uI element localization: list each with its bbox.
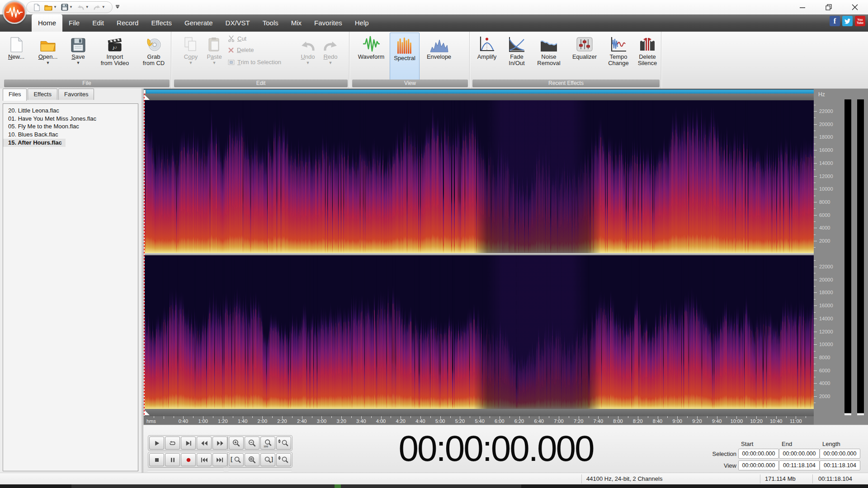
dropdown-caret-icon[interactable]: ▼: [85, 5, 89, 9]
view-end-field[interactable]: 00:11:18.104: [779, 460, 820, 470]
tab-help[interactable]: Help: [349, 14, 375, 32]
record-button[interactable]: [181, 453, 196, 466]
zoom-out-button[interactable]: [245, 436, 259, 450]
dropdown-caret-icon[interactable]: ▼: [69, 5, 73, 9]
zoom-100-button[interactable]: 100: [260, 436, 275, 450]
tab-tools[interactable]: Tools: [256, 14, 285, 32]
playhead-cursor[interactable]: [144, 94, 145, 416]
ruler-tick: [608, 416, 609, 418]
selection-start-field[interactable]: 00:00:00.000: [738, 449, 779, 459]
maximize-button[interactable]: [816, 0, 842, 14]
fade-in-out-button[interactable]: Fade In/Out: [503, 33, 531, 66]
freq-tick-minor: [814, 169, 816, 170]
noise-removal-button[interactable]: Noise Removal: [532, 33, 566, 66]
app-logo[interactable]: [3, 0, 26, 24]
selection-end-field[interactable]: 00:00:00.000: [779, 449, 820, 459]
tab-edit[interactable]: Edit: [86, 14, 110, 32]
ruler-time-label: 7:20: [574, 418, 583, 424]
qat-new-button[interactable]: [32, 3, 42, 12]
youtube-icon[interactable]: YouTube: [855, 16, 865, 26]
zoom-vertical-out-button[interactable]: [276, 453, 291, 466]
spectrogram-channel-2[interactable]: [144, 255, 814, 409]
ruler-time-label: 8:40: [653, 418, 662, 424]
view-length-field[interactable]: 00:11:18.104: [820, 460, 860, 470]
tab-effects[interactable]: Effects: [145, 14, 178, 32]
spectrogram-channel-1[interactable]: [144, 100, 814, 253]
qat-undo-button[interactable]: ▼: [75, 4, 90, 11]
tab-mix[interactable]: Mix: [285, 14, 308, 32]
stop-button[interactable]: [149, 453, 164, 466]
grab-from-cd-button[interactable]: Grab from CD: [137, 33, 170, 66]
freq-label: 12000: [819, 174, 833, 179]
open-button[interactable]: Open... ▼: [33, 33, 63, 65]
freq-label: 6000: [819, 212, 830, 218]
qat-open-button[interactable]: ▼: [43, 4, 58, 11]
selection-length-field[interactable]: 00:00:00.000: [820, 449, 860, 459]
import-from-video-button[interactable]: ♪♪ Import from Video: [92, 33, 137, 66]
go-to-start-button[interactable]: [197, 453, 212, 466]
fast-forward-button[interactable]: [212, 436, 227, 450]
envelope-view-button[interactable]: Envelope: [420, 33, 458, 60]
tab-record[interactable]: Record: [110, 14, 145, 32]
go-to-end-button[interactable]: [212, 453, 227, 466]
ruler-tick: [410, 416, 411, 418]
rewind-button[interactable]: [197, 436, 212, 450]
selection-marker-bar-top[interactable]: [144, 94, 814, 100]
new-button[interactable]: New...: [4, 33, 29, 60]
dropdown-caret-icon[interactable]: ▼: [76, 61, 80, 65]
delete-silence-button[interactable]: Delete Silence: [635, 33, 660, 66]
time-ruler[interactable]: hms 0:401:001:201:402:002:202:403:003:20…: [144, 416, 814, 425]
ruler-tick: [430, 416, 431, 418]
dropdown-caret-icon[interactable]: ▼: [53, 5, 57, 9]
zoom-to-selection-button[interactable]: [245, 453, 259, 466]
file-list-item[interactable]: 20. Little Leona.flac: [3, 107, 138, 115]
tab-home[interactable]: Home: [32, 14, 62, 32]
file-list-item[interactable]: 10. Blues Back.flac: [3, 131, 138, 139]
waveform-view-button[interactable]: Waveform: [354, 33, 389, 60]
qat-redo-button[interactable]: ▼: [92, 4, 107, 11]
panel-tab-effects[interactable]: Effects: [28, 89, 57, 100]
minimize-button[interactable]: [789, 0, 816, 14]
file-list-item[interactable]: 01. Have You Met Miss Jones.flac: [3, 115, 138, 123]
qat-customize-button[interactable]: [114, 3, 121, 11]
freq-tick-minor: [814, 312, 816, 313]
selection-marker-bar-bottom[interactable]: [144, 409, 814, 416]
panel-tab-favorites[interactable]: Favorites: [58, 89, 94, 100]
equalizer-icon: [576, 36, 593, 52]
tab-dxvst[interactable]: DX/VST: [219, 14, 256, 32]
dropdown-caret-icon[interactable]: ▼: [102, 5, 105, 9]
zoom-vertical-button[interactable]: [276, 436, 291, 450]
freq-tick-minor: [814, 286, 816, 286]
file-list-item[interactable]: 05. Fly Me to the Moon.flac: [3, 122, 138, 131]
qat-save-button[interactable]: ▼: [60, 3, 74, 11]
save-button[interactable]: Save ▼: [65, 33, 91, 65]
facebook-icon[interactable]: f: [830, 16, 840, 26]
tab-generate[interactable]: Generate: [178, 14, 219, 32]
magnifier-icon: [234, 456, 241, 464]
loop-button[interactable]: [165, 436, 180, 450]
ruler-time-label: 4:40: [415, 418, 425, 424]
close-button[interactable]: [842, 0, 868, 14]
spectral-view-button[interactable]: Spectral: [390, 33, 420, 87]
magnifier-icon: [264, 456, 272, 464]
pause-button[interactable]: [165, 453, 180, 466]
tempo-change-button[interactable]: Tempo Change: [603, 33, 634, 66]
zoom-selection-start-button[interactable]: [: [229, 453, 244, 466]
view-start-field[interactable]: 00:00:00.000: [738, 460, 779, 470]
play-to-next-button[interactable]: [181, 436, 196, 450]
panel-tab-files[interactable]: Files: [3, 89, 27, 101]
dropdown-caret-icon[interactable]: ▼: [46, 61, 50, 65]
tab-favorites[interactable]: Favorites: [308, 14, 349, 32]
equalizer-button[interactable]: Equalizer: [567, 33, 602, 60]
twitter-icon[interactable]: [842, 16, 853, 26]
play-button[interactable]: [149, 436, 164, 450]
file-list-item[interactable]: 15. After Hours.flac: [3, 139, 66, 147]
ruler-tick: [628, 416, 628, 418]
zoom-selection-end-button[interactable]: ]: [260, 453, 275, 466]
zoom-in-button[interactable]: [229, 436, 244, 450]
amplify-button[interactable]: Amplify: [472, 33, 502, 60]
ruler-time-label: 5:20: [455, 418, 465, 424]
tab-file[interactable]: File: [62, 14, 86, 32]
ruler-time-label: 9:40: [712, 418, 722, 424]
file-list[interactable]: 20. Little Leona.flac01. Have You Met Mi…: [3, 103, 138, 471]
